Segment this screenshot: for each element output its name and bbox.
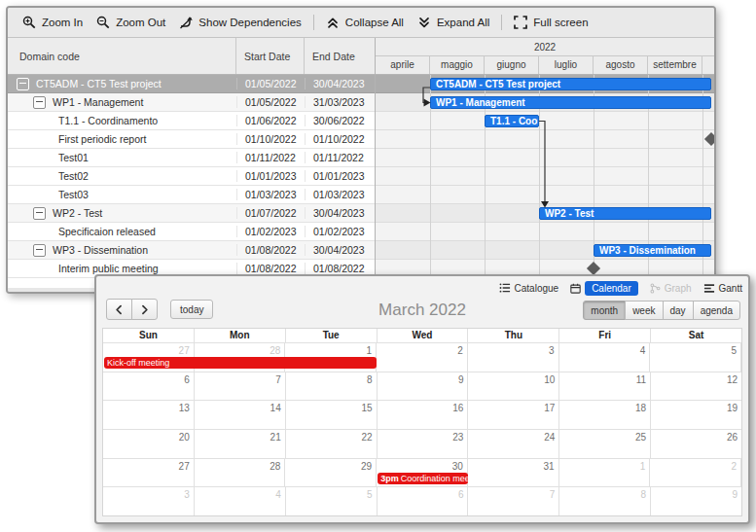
view-button-agenda[interactable]: agenda — [693, 301, 740, 320]
table-row-test01[interactable]: Test0101/11/202201/11/2022 — [8, 149, 375, 167]
calendar-day-cell-6[interactable]: 6 — [103, 372, 195, 401]
view-button-month[interactable]: month — [583, 301, 626, 320]
calendar-day-cell-7[interactable]: 7 — [468, 487, 559, 515]
calendar-day-cell-15[interactable]: 15 — [286, 401, 378, 429]
day-number: 6 — [103, 372, 194, 385]
toolbar-button-zoom-out[interactable]: Zoom Out — [90, 12, 172, 33]
day-number: 17 — [468, 401, 558, 413]
calendar-day-cell-2[interactable]: 2 — [650, 459, 741, 487]
toolbar-button-show-dependencies[interactable]: Show Dependencies — [172, 12, 308, 33]
table-row-wp1-management[interactable]: WP1 - Management01/05/202231/03/2023 — [8, 93, 375, 112]
day-number: 7 — [468, 487, 558, 500]
gantt-bar-wp2-test[interactable]: WP2 - Test — [539, 207, 711, 220]
view-switcher-gantt[interactable]: Gantt — [703, 283, 742, 294]
calendar-day-cell-3[interactable]: 3 — [103, 487, 195, 515]
calendar-day-cell-6[interactable]: 6 — [378, 487, 469, 515]
calendar-day-cell-2[interactable]: 2 — [377, 343, 468, 372]
calendar-event-kick-off-meeting[interactable]: Kick-off meeting — [104, 357, 377, 369]
timeline-month-maggio: maggio — [430, 56, 485, 74]
view-button-day[interactable]: day — [663, 301, 694, 320]
collapse-expander-icon[interactable] — [33, 207, 46, 220]
calendar-day-cell-9[interactable]: 9 — [651, 487, 741, 515]
day-header-sun: Sun — [103, 329, 195, 342]
table-row-wp2-test[interactable]: WP2 - Test01/07/202230/04/2023 — [8, 204, 375, 223]
calendar-day-cell-4[interactable]: 4 — [195, 487, 286, 515]
calendar-day-cell-26[interactable]: 26 — [651, 430, 741, 458]
calendar-month-grid: SunMonTueWedThuFriSat 272812345Kick-off … — [102, 328, 742, 516]
view-switcher-graph: Graph — [650, 283, 692, 294]
calendar-day-cell-8[interactable]: 8 — [559, 487, 651, 515]
calendar-day-cell-1[interactable]: 1 — [559, 459, 651, 487]
task-name-label: Specificaion released — [58, 226, 156, 237]
view-switcher-catalogue[interactable]: Catalogue — [499, 282, 559, 294]
calendar-day-cell-9[interactable]: 9 — [378, 372, 469, 401]
calendar-day-cell-11[interactable]: 11 — [559, 372, 651, 401]
collapse-all-icon — [326, 16, 340, 29]
calendar-day-cell-28[interactable]: 28 — [195, 459, 286, 487]
collapse-expander-icon[interactable] — [33, 244, 46, 257]
day-number: 31 — [468, 459, 558, 472]
calendar-day-cell-10[interactable]: 10 — [468, 372, 559, 401]
calendar-day-cell-7[interactable]: 7 — [195, 372, 286, 401]
calendar-day-cell-23[interactable]: 23 — [378, 430, 469, 458]
day-number: 1 — [285, 343, 376, 356]
table-row-specificaion-released[interactable]: Specificaion released01/02/202301/02/202… — [8, 223, 375, 241]
calendar-day-cell-4[interactable]: 4 — [559, 343, 651, 372]
calendar-day-cell-16[interactable]: 16 — [378, 401, 469, 429]
table-row-test03[interactable]: Test0301/03/202301/03/2023 — [8, 186, 375, 204]
gantt-body: Domain code Start Date End Date CT5ADM -… — [8, 38, 714, 288]
task-name-label: Test03 — [58, 189, 89, 200]
gantt-bar-wp3-dissemination[interactable]: WP3 - Dissemination — [594, 244, 711, 257]
timeline-month-giugno: giugno — [485, 56, 539, 74]
day-number: 4 — [559, 343, 650, 356]
calendar-weeks: 272812345Kick-off meeting678910111213141… — [103, 342, 741, 515]
calendar-day-cell-31[interactable]: 31 — [468, 459, 559, 487]
calendar-day-cell-14[interactable]: 14 — [195, 401, 286, 429]
toolbar-button-collapse-all[interactable]: Collapse All — [319, 12, 411, 33]
toolbar-button-expand-all[interactable]: Expand All — [411, 12, 496, 33]
calendar-day-cell-5[interactable]: 5 — [286, 487, 378, 515]
gantt-bar-ct5adm-ct5-test-project[interactable]: CT5ADM - CT5 Test project — [430, 78, 711, 90]
table-row-test02[interactable]: Test0201/01/202301/01/2023 — [8, 167, 375, 186]
day-number: 5 — [286, 487, 377, 500]
calendar-day-cell-5[interactable]: 5 — [650, 343, 741, 372]
table-row-ct5adm-ct5-test-project[interactable]: CT5ADM - CT5 Test project01/05/202230/04… — [8, 75, 375, 93]
calendar-event-coordination-meeting[interactable]: 3pmCoordination meeting — [378, 473, 468, 484]
calendar-day-cell-25[interactable]: 25 — [559, 430, 651, 458]
toolbar-button-label: Full screen — [533, 17, 588, 28]
calendar-week-row: 2728293031123pmCoordination meeting — [103, 458, 741, 487]
view-switcher: CatalogueCalendarGraphGantt — [102, 280, 742, 296]
gantt-bar-wp1-management[interactable]: WP1 - Management — [430, 96, 711, 109]
day-number: 6 — [378, 487, 468, 500]
task-name-label: Interim public meeting — [58, 263, 159, 274]
toolbar-button-zoom-in[interactable]: Zoom In — [16, 12, 90, 33]
calendar-day-cell-13[interactable]: 13 — [103, 401, 195, 429]
calendar-day-cell-20[interactable]: 20 — [103, 430, 195, 458]
table-row-first-periodic-report[interactable]: First periodic report01/10/202201/10/202… — [8, 130, 375, 149]
calendar-day-cell-19[interactable]: 19 — [651, 401, 741, 429]
day-number: 25 — [559, 430, 650, 443]
calendar-day-cell-22[interactable]: 22 — [286, 430, 378, 458]
calendar-day-cell-29[interactable]: 29 — [285, 459, 377, 487]
collapse-expander-icon[interactable] — [17, 78, 29, 90]
calendar-day-cell-3[interactable]: 3 — [468, 343, 559, 372]
calendar-day-cell-17[interactable]: 17 — [468, 401, 559, 429]
day-number: 15 — [286, 401, 377, 413]
view-switcher-label: Calendar — [585, 281, 638, 296]
toolbar-button-full-screen[interactable]: Full screen — [507, 12, 594, 33]
view-switcher-calendar[interactable]: Calendar — [570, 281, 638, 296]
gantt-bar-t1-1-coor[interactable]: T1.1 - Coor... — [485, 115, 539, 127]
table-row-t1-1-coordinamento[interactable]: T1.1 - Coordinamento01/06/202230/06/2022 — [8, 112, 375, 130]
collapse-expander-icon[interactable] — [33, 96, 46, 109]
calendar-day-cell-24[interactable]: 24 — [468, 430, 559, 458]
start-date-cell: 01/02/2023 — [236, 226, 305, 237]
view-button-week[interactable]: week — [625, 301, 663, 320]
toolbar-button-label: Zoom Out — [116, 17, 165, 28]
calendar-day-cell-21[interactable]: 21 — [195, 430, 286, 458]
calendar-day-cell-18[interactable]: 18 — [559, 401, 651, 429]
calendar-day-cell-12[interactable]: 12 — [651, 372, 741, 401]
calendar-day-cell-8[interactable]: 8 — [286, 372, 378, 401]
toolbar-separator — [501, 15, 502, 30]
calendar-day-cell-27[interactable]: 27 — [103, 459, 195, 487]
table-row-wp3-dissemination[interactable]: WP3 - Dissemination01/08/202230/04/2023 — [8, 241, 375, 260]
